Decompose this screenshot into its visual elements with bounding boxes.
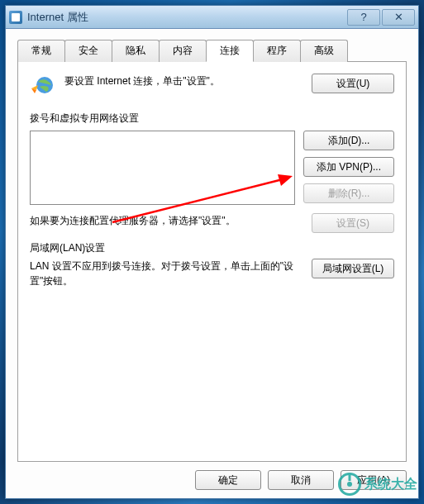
dialog-window: Internet 属性 ? ✕ 常规 安全 隐私 内容 连接 程序 高级 (5, 5, 419, 499)
tab-panel-connections: 要设置 Internet 连接，单击"设置"。 设置(U) 拨号和虚拟专用网络设… (17, 62, 407, 462)
tab-general[interactable]: 常规 (17, 40, 65, 62)
dialup-side-buttons: 添加(D)... 添加 VPN(P)... 删除(R)... (303, 131, 394, 205)
tab-privacy[interactable]: 隐私 (112, 40, 160, 62)
svg-point-0 (36, 77, 53, 93)
cancel-button[interactable]: 取消 (268, 470, 334, 490)
close-button[interactable]: ✕ (382, 9, 415, 26)
globe-wizard-icon (30, 74, 56, 100)
setup-section: 要设置 Internet 连接，单击"设置"。 设置(U) (30, 74, 394, 100)
lan-row: LAN 设置不应用到拨号连接。对于拨号设置，单击上面的"设置"按钮。 局域网设置… (30, 259, 394, 288)
tab-connections[interactable]: 连接 (206, 40, 254, 62)
connection-settings-button: 设置(S) (312, 213, 394, 233)
lan-text: LAN 设置不应用到拨号连接。对于拨号设置，单击上面的"设置"按钮。 (30, 259, 303, 288)
proxy-text: 如果要为连接配置代理服务器，请选择"设置"。 (30, 213, 303, 228)
lan-settings-button[interactable]: 局域网设置(L) (312, 259, 394, 278)
titlebar: Internet 属性 ? ✕ (6, 6, 418, 29)
lan-section: 局域网(LAN)设置 LAN 设置不应用到拨号连接。对于拨号设置，单击上面的"设… (30, 241, 394, 288)
dialup-row: 添加(D)... 添加 VPN(P)... 删除(R)... (30, 131, 394, 205)
tab-advanced[interactable]: 高级 (300, 40, 348, 62)
add-vpn-button[interactable]: 添加 VPN(P)... (303, 157, 394, 177)
watermark-logo-icon (338, 473, 361, 496)
window-controls: ? ✕ (347, 9, 415, 26)
app-icon (9, 11, 22, 24)
tab-security[interactable]: 安全 (64, 40, 112, 62)
tab-bar: 常规 安全 隐私 内容 连接 程序 高级 (17, 39, 407, 62)
watermark: 系统大全 (338, 473, 417, 496)
setup-text: 要设置 Internet 连接，单击"设置"。 (64, 74, 312, 88)
lan-title: 局域网(LAN)设置 (30, 241, 394, 255)
ok-button[interactable]: 确定 (195, 470, 261, 490)
watermark-text: 系统大全 (364, 476, 417, 493)
help-button[interactable]: ? (347, 9, 380, 26)
dialup-title: 拨号和虚拟专用网络设置 (30, 112, 394, 126)
proxy-row: 如果要为连接配置代理服务器，请选择"设置"。 设置(S) (30, 213, 394, 233)
setup-button[interactable]: 设置(U) (312, 74, 394, 93)
tab-content[interactable]: 内容 (159, 40, 207, 62)
connections-listbox[interactable] (30, 131, 295, 205)
window-title: Internet 属性 (27, 10, 347, 25)
remove-button: 删除(R)... (303, 183, 394, 203)
add-button[interactable]: 添加(D)... (303, 131, 394, 150)
content-area: 常规 安全 隐私 内容 连接 程序 高级 要设置 I (6, 29, 418, 498)
tab-programs[interactable]: 程序 (253, 40, 301, 62)
